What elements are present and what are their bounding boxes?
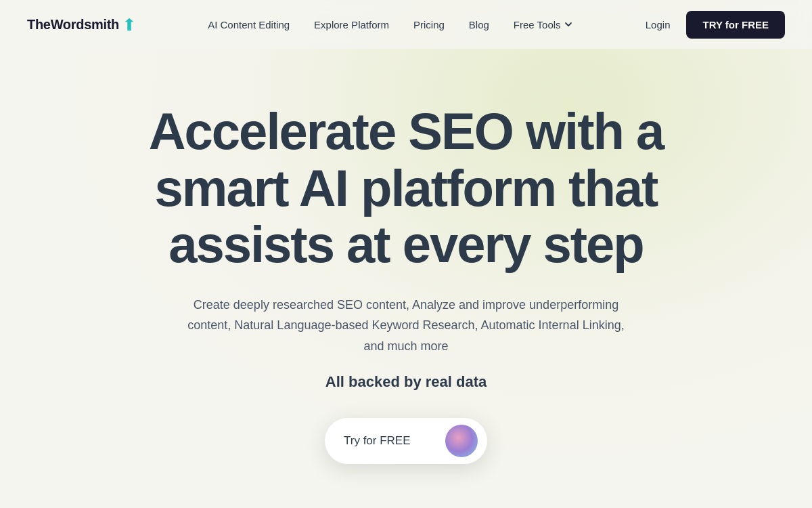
brand-name: TheWordsmith bbox=[27, 17, 119, 33]
nav-item-blog[interactable]: Blog bbox=[469, 19, 489, 30]
nav-right: Login TRY for FREE bbox=[646, 11, 785, 39]
login-link[interactable]: Login bbox=[646, 19, 671, 30]
cta-pill-orb bbox=[445, 425, 478, 457]
brand-icon bbox=[123, 17, 135, 32]
logo[interactable]: TheWordsmith bbox=[27, 17, 135, 33]
chevron-down-icon bbox=[564, 20, 573, 29]
nav-item-ai-content-editing[interactable]: AI Content Editing bbox=[208, 19, 290, 30]
nav-item-pricing[interactable]: Pricing bbox=[413, 19, 445, 30]
hero-cta-pill[interactable]: Try for FREE bbox=[325, 418, 487, 464]
try-free-button[interactable]: TRY for FREE bbox=[686, 11, 785, 39]
nav-links: AI Content Editing Explore Platform Pric… bbox=[208, 19, 572, 30]
nav-item-free-tools[interactable]: Free Tools bbox=[514, 19, 573, 30]
hero-section: Accelerate SEO with a smart AI platform … bbox=[0, 49, 812, 464]
nav-item-explore-platform[interactable]: Explore Platform bbox=[314, 19, 389, 30]
hero-data-line: All backed by real data bbox=[325, 373, 487, 391]
cta-pill-label: Try for FREE bbox=[344, 434, 411, 448]
navbar: TheWordsmith AI Content Editing Explore … bbox=[0, 0, 812, 49]
hero-subtitle: Create deeply researched SEO content, An… bbox=[183, 295, 629, 357]
hero-title: Accelerate SEO with a smart AI platform … bbox=[108, 103, 704, 273]
